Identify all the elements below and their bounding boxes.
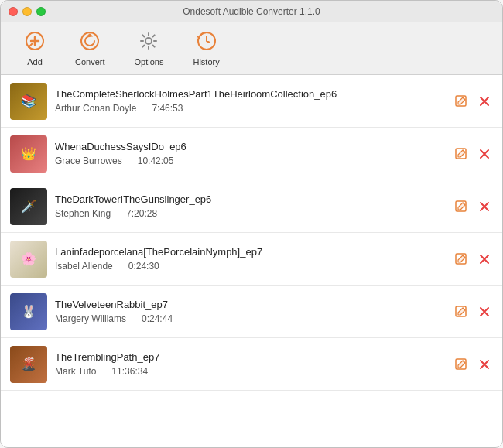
book-actions bbox=[453, 198, 493, 215]
book-cover: 🗡️ bbox=[10, 188, 47, 225]
options-label: Options bbox=[135, 57, 164, 67]
book-author: Arthur Conan Doyle bbox=[55, 103, 136, 114]
book-author: Grace Burrowes bbox=[55, 156, 122, 166]
window-title: Ondesoft Audible Converter 1.1.0 bbox=[183, 6, 320, 17]
convert-button[interactable]: Convert bbox=[64, 27, 116, 70]
book-info: WhenaDuchessSaysIDo_ep6 Grace Burrowes 1… bbox=[55, 141, 445, 166]
book-info: TheVelveteenRabbit_ep7 Margery Williams … bbox=[55, 299, 445, 324]
edit-button[interactable] bbox=[453, 356, 470, 373]
table-row: 📚 TheCompleteSherlockHolmesPart1TheHeirl… bbox=[1, 75, 502, 128]
book-meta: Grace Burrowes 10:42:05 bbox=[55, 156, 445, 166]
options-icon bbox=[138, 30, 159, 55]
book-meta: Isabel Allende 0:24:30 bbox=[55, 261, 445, 272]
book-cover: 🐰 bbox=[10, 293, 47, 330]
cover-art: 🌋 bbox=[10, 346, 47, 383]
table-row: 🗡️ TheDarkTowerITheGunslinger_ep6 Stephe… bbox=[1, 180, 502, 233]
table-row: 🌋 TheTremblingPath_ep7 Mark Tufo 11:36:3… bbox=[1, 338, 502, 391]
book-author: Margery Williams bbox=[55, 313, 126, 324]
delete-button[interactable] bbox=[476, 251, 493, 268]
book-title: TheTremblingPath_ep7 bbox=[55, 351, 445, 363]
edit-button[interactable] bbox=[453, 198, 470, 215]
book-info: Laninfadeporcelana[ThePorcelainNymph]_ep… bbox=[55, 246, 445, 272]
edit-button[interactable] bbox=[453, 145, 470, 162]
book-duration: 0:24:44 bbox=[142, 313, 173, 324]
svg-point-2 bbox=[145, 38, 152, 44]
cover-art: 👑 bbox=[10, 135, 47, 173]
book-duration: 7:46:53 bbox=[152, 103, 183, 114]
book-meta: Arthur Conan Doyle 7:46:53 bbox=[55, 103, 445, 114]
book-duration: 10:42:05 bbox=[138, 156, 174, 166]
book-title: TheVelveteenRabbit_ep7 bbox=[55, 299, 445, 310]
options-button[interactable]: Options bbox=[124, 27, 175, 70]
book-cover: 🌸 bbox=[10, 241, 47, 278]
book-actions bbox=[453, 303, 493, 320]
book-cover: 👑 bbox=[10, 135, 47, 173]
book-meta: Margery Williams 0:24:44 bbox=[55, 313, 445, 324]
minimize-button[interactable] bbox=[22, 7, 32, 16]
book-actions bbox=[453, 356, 493, 373]
title-bar: Ondesoft Audible Converter 1.1.0 bbox=[1, 1, 502, 22]
history-label: History bbox=[193, 57, 219, 67]
table-row: 🌸 Laninfadeporcelana[ThePorcelainNymph]_… bbox=[1, 233, 502, 286]
maximize-button[interactable] bbox=[36, 7, 46, 16]
table-row: 🐰 TheVelveteenRabbit_ep7 Margery William… bbox=[1, 286, 502, 338]
book-duration: 11:36:34 bbox=[111, 366, 148, 377]
delete-button[interactable] bbox=[476, 303, 493, 320]
traffic-lights bbox=[9, 7, 46, 16]
close-button[interactable] bbox=[9, 7, 18, 16]
delete-button[interactable] bbox=[476, 356, 493, 373]
book-title: Laninfadeporcelana[ThePorcelainNymph]_ep… bbox=[55, 246, 445, 258]
book-cover: 📚 bbox=[10, 83, 47, 120]
add-label: Add bbox=[27, 57, 43, 67]
book-actions bbox=[453, 145, 493, 162]
book-meta: Mark Tufo 11:36:34 bbox=[55, 366, 445, 377]
book-title: TheCompleteSherlockHolmesPart1TheHeirloo… bbox=[55, 88, 445, 100]
table-row: 👑 WhenaDuchessSaysIDo_ep6 Grace Burrowes… bbox=[1, 128, 502, 180]
book-meta: Stephen King 7:20:28 bbox=[55, 208, 445, 219]
delete-button[interactable] bbox=[476, 198, 493, 215]
book-author: Mark Tufo bbox=[55, 366, 96, 377]
add-button[interactable]: Add bbox=[13, 27, 56, 70]
cover-art: 🐰 bbox=[10, 293, 47, 330]
book-author: Stephen King bbox=[55, 208, 111, 219]
book-actions bbox=[453, 251, 493, 268]
convert-label: Convert bbox=[75, 57, 105, 67]
book-author: Isabel Allende bbox=[55, 261, 113, 272]
book-info: TheCompleteSherlockHolmesPart1TheHeirloo… bbox=[55, 88, 445, 114]
history-button[interactable]: History bbox=[182, 27, 230, 70]
book-title: WhenaDuchessSaysIDo_ep6 bbox=[55, 141, 445, 152]
book-cover: 🌋 bbox=[10, 346, 47, 383]
toolbar: Add Convert Options bbox=[1, 22, 502, 75]
delete-button[interactable] bbox=[476, 145, 493, 162]
book-duration: 0:24:30 bbox=[128, 261, 159, 272]
edit-button[interactable] bbox=[453, 303, 470, 320]
convert-icon bbox=[79, 30, 101, 55]
delete-button[interactable] bbox=[476, 93, 493, 110]
edit-button[interactable] bbox=[453, 93, 470, 110]
cover-art: 📚 bbox=[10, 83, 47, 120]
book-title: TheDarkTowerITheGunslinger_ep6 bbox=[55, 193, 445, 205]
add-icon bbox=[24, 30, 46, 55]
book-actions bbox=[453, 93, 493, 110]
book-duration: 7:20:28 bbox=[126, 208, 157, 219]
book-info: TheTremblingPath_ep7 Mark Tufo 11:36:34 bbox=[55, 351, 445, 377]
cover-art: 🗡️ bbox=[10, 188, 47, 225]
book-info: TheDarkTowerITheGunslinger_ep6 Stephen K… bbox=[55, 193, 445, 219]
history-icon bbox=[196, 30, 217, 55]
cover-art: 🌸 bbox=[10, 241, 47, 278]
book-list: 📚 TheCompleteSherlockHolmesPart1TheHeirl… bbox=[1, 75, 502, 447]
edit-button[interactable] bbox=[453, 251, 470, 268]
